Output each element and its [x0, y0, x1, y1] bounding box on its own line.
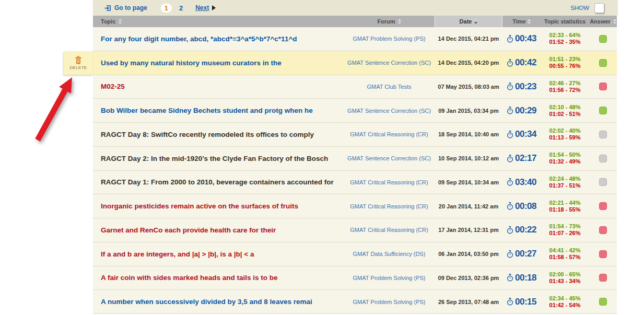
header-label: Topic statistics [544, 18, 586, 25]
stat-green-value: 02:21 - 44% [549, 200, 581, 206]
topic-cell: A number when successively divided by 3,… [93, 290, 344, 313]
time-cell: 00:43 [502, 27, 541, 51]
topic-link[interactable]: Inorganic pesticides remain active on th… [101, 202, 298, 210]
header-topic[interactable]: Topic [93, 16, 344, 27]
topic-cell: RAGCT Day 8: SwiftCo recently remodeled … [93, 123, 344, 146]
time-cell: 00:15 [502, 290, 541, 313]
time-cell: 00:27 [502, 242, 541, 266]
forum-cell: GMAT Critical Reasoning (CR) [344, 218, 435, 242]
date-cell: 07 May 2015, 08:03 am [435, 75, 502, 99]
header-label: Time [512, 18, 525, 25]
topic-link[interactable]: If a and b are integers, and |a| > |b|, … [101, 250, 254, 258]
table-row: RAGCT Day 1: From 2000 to 2010, beverage… [93, 171, 617, 195]
answer-cell [589, 27, 617, 51]
stats: 02:10 - 48%01:02 - 51% [549, 104, 581, 118]
topic-link[interactable]: A number when successively divided by 3,… [101, 298, 312, 306]
show-checkbox[interactable] [594, 3, 604, 13]
stat-green-value: 01:54 - 73% [549, 223, 581, 230]
answer-indicator [599, 107, 607, 114]
topic-statistics-cell: 02:24 - 48%01:37 - 51% [541, 171, 589, 194]
stat-red-value: 01:37 - 51% [549, 182, 581, 189]
stats: 02:02 - 40%01:13 - 59% [549, 127, 581, 141]
time-cell: 00:29 [502, 99, 541, 122]
topic-link[interactable]: A fair coin with sides marked heads and … [101, 274, 278, 282]
forum-link[interactable]: GMAT Problem Solving (PS) [353, 299, 426, 305]
header-label: Topic [101, 18, 116, 25]
forum-link[interactable]: GMAT Critical Reasoning (CR) [350, 179, 428, 185]
stopwatch-icon [507, 250, 513, 258]
stat-red-value: 01:07 - 26% [549, 230, 581, 237]
topic-link[interactable]: RAGCT Day 2: In the mid-1920’s the Clyde… [101, 155, 328, 162]
stat-red-value: 01:56 - 72% [549, 87, 581, 94]
table-row: M02-25GMAT Club Tests07 May 2015, 08:03 … [93, 75, 617, 99]
time-value: 00:18 [515, 273, 536, 283]
topic-cell: RAGCT Day 2: In the mid-1920’s the Clyde… [93, 147, 344, 170]
topic-link[interactable]: RAGCT Day 1: From 2000 to 2010, beverage… [101, 178, 334, 186]
topic-link[interactable]: For any four digit number, abcd, *abcd*=… [101, 35, 297, 43]
delete-button[interactable]: DELETE [64, 51, 93, 75]
time-value: 00:15 [515, 297, 536, 307]
pagination: Go to page 1 2 Next [104, 4, 216, 13]
forum-cell: GMAT Club Tests [344, 75, 435, 99]
stats: 02:46 - 27%01:56 - 72% [549, 80, 581, 94]
forum-link[interactable]: GMAT Sentence Correction (SC) [347, 155, 431, 161]
date-cell: 20 Jan 2014, 11:42 am [435, 194, 502, 218]
date-cell: 09 Sep 2014, 10:34 am [435, 171, 502, 194]
next-page-link[interactable]: Next [195, 4, 209, 11]
forum-link[interactable]: GMAT Data Sufficiency (DS) [353, 251, 426, 257]
date-cell: 06 Jan 2014, 03:50 pm [435, 242, 502, 266]
topic-statistics-cell: 02:00 - 65%01:43 - 34% [541, 266, 589, 290]
header-stats: Topic statistics [541, 16, 589, 27]
goto-page-link[interactable]: Go to page [104, 4, 147, 11]
forum-link[interactable]: GMAT Sentence Correction (SC) [347, 108, 431, 114]
topic-link[interactable]: M02-25 [101, 83, 125, 90]
forum-link[interactable]: GMAT Sentence Correction (SC) [347, 60, 431, 66]
stopwatch-icon [507, 35, 513, 43]
topic-link[interactable]: Bob Wilber became Sidney Bechets student… [101, 107, 313, 114]
topic-cell: RAGCT Day 1: From 2000 to 2010, beverage… [93, 171, 344, 194]
forum-link[interactable]: GMAT Problem Solving (PS) [353, 275, 426, 281]
forum-link[interactable]: GMAT Critical Reasoning (CR) [350, 227, 428, 233]
table-row: Used by many natural history museum cura… [93, 51, 617, 75]
date-cell: 09 Jan 2015, 03:34 pm [435, 99, 502, 122]
stat-red-value: 01:13 - 59% [549, 134, 581, 141]
time-cell: 00:22 [502, 218, 541, 242]
stopwatch-icon [507, 178, 513, 186]
show-toggle: SHOW [570, 3, 604, 13]
stat-red-value: 01:32 - 49% [549, 158, 581, 165]
time-cell: 00:42 [502, 51, 541, 75]
forum-link[interactable]: GMAT Problem Solving (PS) [353, 36, 426, 42]
table-row: If a and b are integers, and |a| > |b|, … [93, 242, 617, 266]
stat-green-value: 02:33 - 64% [549, 32, 581, 39]
time-value: 03:40 [515, 177, 536, 188]
topic-link[interactable]: RAGCT Day 8: SwiftCo recently remodeled … [101, 131, 314, 138]
stat-red-value: 00:55 - 76% [549, 63, 581, 69]
topic-statistics-cell: 02:21 - 44%01:18 - 55% [541, 194, 589, 218]
topic-link[interactable]: Garnet and RenCo each provide health car… [101, 226, 276, 234]
date-cell: 18 Sep 2014, 10:40 am [435, 123, 502, 146]
answer-indicator [599, 59, 607, 67]
table-row: Garnet and RenCo each provide health car… [93, 218, 617, 242]
answer-indicator [599, 298, 607, 306]
stat-red-value: 01:18 - 55% [549, 206, 581, 213]
answer-indicator [599, 131, 607, 138]
header-forum[interactable]: Forum [344, 16, 435, 27]
time-cell: 00:18 [502, 266, 541, 290]
header-answer[interactable]: Answer [589, 16, 617, 27]
date-cell: 26 Sep 2013, 07:48 am [435, 290, 502, 313]
forum-link[interactable]: GMAT Club Tests [367, 84, 412, 90]
forum-link[interactable]: GMAT Critical Reasoning (CR) [350, 203, 428, 209]
next-arrow-icon[interactable] [212, 5, 216, 10]
header-time[interactable]: Time [502, 16, 541, 27]
topic-statistics-cell: 04:41 - 42%01:58 - 57% [541, 242, 589, 266]
show-label: SHOW [570, 5, 589, 11]
page-number-current[interactable]: 1 [161, 4, 172, 13]
forum-link[interactable]: GMAT Critical Reasoning (CR) [350, 131, 428, 137]
topic-link[interactable]: Used by many natural history museum cura… [101, 59, 282, 67]
page-number-2[interactable]: 2 [179, 4, 183, 12]
forum-cell: GMAT Critical Reasoning (CR) [344, 123, 435, 146]
time-value: 00:43 [515, 33, 536, 44]
header-date[interactable]: Date [435, 16, 502, 27]
answer-indicator [599, 83, 607, 90]
stats: 01:54 - 73%01:07 - 26% [549, 223, 581, 237]
